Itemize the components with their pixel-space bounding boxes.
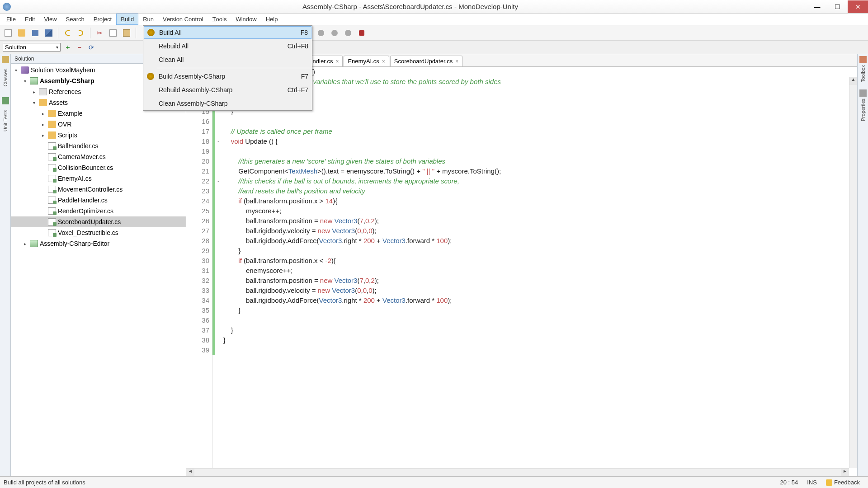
menu-run[interactable]: Run (138, 14, 158, 25)
close-button[interactable]: ✕ (848, 0, 868, 13)
horizontal-scrollbar[interactable]: ◄ ► (186, 468, 849, 476)
tests-rail-label[interactable]: Unit Tests (3, 108, 8, 133)
menu-item-rebuild-assembly-csharp[interactable]: Rebuild Assembly-CSharpCtrl+F7 (143, 83, 312, 97)
tree-item-movementcontroller-cs[interactable]: MovementController.cs (11, 184, 186, 195)
title-bar: Assembly-CSharp - Assets\ScoreboardUpdat… (0, 0, 868, 14)
menu-help[interactable]: Help (261, 14, 283, 25)
properties-icon[interactable] (859, 89, 867, 97)
toolbar-separator (136, 28, 136, 38)
tree-item-ovr[interactable]: ▸OVR (11, 119, 186, 130)
build-icon (145, 99, 156, 108)
expander-icon[interactable]: ▾ (22, 79, 28, 84)
tree-item-cameramover-cs[interactable]: CameraMover.cs (11, 151, 186, 162)
save-button[interactable] (30, 28, 41, 38)
menu-file[interactable]: File (2, 14, 20, 25)
ref-icon (39, 88, 47, 95)
scroll-up-icon[interactable]: ▲ (849, 77, 857, 85)
tests-icon[interactable] (2, 97, 9, 104)
tree-label: Scripts (58, 131, 77, 139)
toolbox-icon[interactable] (859, 56, 867, 63)
menu-tools[interactable]: Tools (208, 14, 231, 25)
minimize-button[interactable]: — (807, 0, 827, 13)
menu-search[interactable]: Search (61, 14, 89, 25)
menu-item-clean-all[interactable]: Clean All (143, 53, 312, 66)
editor-area: Handler.cs× EnemyAI.cs× ScoreboardUpdate… (186, 54, 857, 476)
menu-item-clean-assembly-csharp[interactable]: Clean Assembly-CSharp (143, 97, 312, 110)
tree-item-scoreboardupdater-cs[interactable]: ScoreboardUpdater.cs (11, 216, 186, 227)
fold-gutter[interactable]: -- (215, 77, 222, 468)
build-icon (145, 72, 156, 81)
solution-tree[interactable]: ▾Solution VoxelMayhem▾Assembly-CSharp▸Re… (11, 64, 186, 476)
expander-icon[interactable]: ▸ (40, 133, 46, 138)
close-icon[interactable]: × (455, 58, 458, 65)
tree-item-assembly-csharp-editor[interactable]: ▸Assembly-CSharp-Editor (11, 238, 186, 249)
menu-item-build-assembly-csharp[interactable]: Build Assembly-CSharpF7 (143, 70, 312, 83)
menu-item-label: Clean Assembly-CSharp (159, 100, 308, 107)
menu-item-rebuild-all[interactable]: Rebuild AllCtrl+F8 (143, 39, 312, 53)
classes-icon[interactable] (2, 56, 9, 63)
scroll-left-icon[interactable]: ◄ (186, 469, 194, 476)
stop-button[interactable] (356, 28, 367, 38)
remove-button[interactable]: － (75, 43, 84, 52)
build-icon (145, 55, 156, 64)
tree-item-renderoptimizer-cs[interactable]: RenderOptimizer.cs (11, 206, 186, 216)
maximize-button[interactable]: ☐ (827, 0, 848, 13)
attach-button[interactable] (316, 28, 326, 38)
code-editor[interactable]: 1213141516171819202122232425262728293031… (186, 77, 848, 468)
expander-icon[interactable]: ▸ (22, 241, 28, 246)
menu-view[interactable]: View (39, 14, 61, 25)
vertical-scrollbar[interactable]: ▲ (849, 77, 857, 468)
scroll-thumb[interactable] (194, 469, 841, 476)
save-all-button[interactable] (43, 28, 54, 38)
scroll-right-icon[interactable]: ► (841, 469, 849, 476)
expander-icon[interactable]: ▸ (40, 122, 46, 127)
copy-button[interactable] (108, 28, 118, 38)
menu-build[interactable]: Build (116, 14, 138, 25)
properties-rail-label[interactable]: Properties (860, 97, 866, 123)
code-content[interactable]: //this declares two score variables that… (222, 77, 848, 468)
feedback-button[interactable]: Feedback (821, 479, 864, 486)
solution-combo[interactable]: Solution (3, 43, 61, 52)
classes-rail-label[interactable]: Classes (3, 67, 8, 88)
folder-icon (39, 99, 47, 106)
tab-enemyai[interactable]: EnemyAI.cs× (344, 56, 389, 66)
tab-label: EnemyAI.cs (348, 58, 379, 65)
tree-item-paddlehandler-cs[interactable]: PaddleHandler.cs (11, 195, 186, 206)
new-file-button[interactable] (3, 28, 14, 38)
paste-button[interactable] (121, 28, 132, 38)
tree-item-collisionbouncer-cs[interactable]: CollisionBouncer.cs (11, 162, 186, 173)
build-menu-dropdown: Build AllF8Rebuild AllCtrl+F8Clean AllBu… (143, 25, 312, 111)
close-icon[interactable]: × (335, 58, 339, 65)
open-button[interactable] (16, 28, 27, 38)
expander-icon[interactable]: ▾ (31, 100, 37, 105)
tree-item-ballhandler-cs[interactable]: BallHandler.cs (11, 141, 186, 151)
cut-button[interactable]: ✂ (94, 28, 105, 38)
tree-item-enemyai-cs[interactable]: EnemyAI.cs (11, 173, 186, 184)
tree-item-voxel-destructible-cs[interactable]: Voxel_Destructible.cs (11, 227, 186, 238)
tree-label: Assembly-CSharp (40, 77, 94, 84)
cs-icon (48, 153, 56, 160)
expander-icon[interactable]: ▸ (31, 89, 37, 94)
add-button[interactable]: ＋ (63, 43, 72, 52)
left-tool-rail: Classes Unit Tests (0, 54, 11, 476)
step-button[interactable] (329, 28, 340, 38)
refresh-button[interactable]: ⟳ (87, 43, 96, 52)
cursor-position: 20 : 54 (775, 479, 802, 486)
menu-version-control[interactable]: Version Control (158, 14, 208, 25)
menu-project[interactable]: Project (89, 14, 116, 25)
menu-edit[interactable]: Edit (20, 14, 39, 25)
toolbar-separator (58, 28, 58, 38)
menu-window[interactable]: Window (231, 14, 261, 25)
undo-button[interactable] (62, 28, 73, 38)
close-icon[interactable]: × (382, 58, 385, 65)
tab-scoreboard[interactable]: ScoreboardUpdater.cs× (390, 56, 462, 66)
menu-item-build-all[interactable]: Build AllF8 (144, 26, 311, 39)
toolbox-rail-label[interactable]: Toolbox (860, 63, 866, 84)
expander-icon[interactable]: ▾ (13, 68, 19, 73)
step2-button[interactable] (343, 28, 354, 38)
tree-label: CollisionBouncer.cs (58, 164, 113, 171)
tree-item-scripts[interactable]: ▸Scripts (11, 130, 186, 141)
redo-button[interactable] (75, 28, 86, 38)
tree-label: RenderOptimizer.cs (58, 207, 113, 215)
expander-icon[interactable]: ▸ (40, 111, 46, 116)
